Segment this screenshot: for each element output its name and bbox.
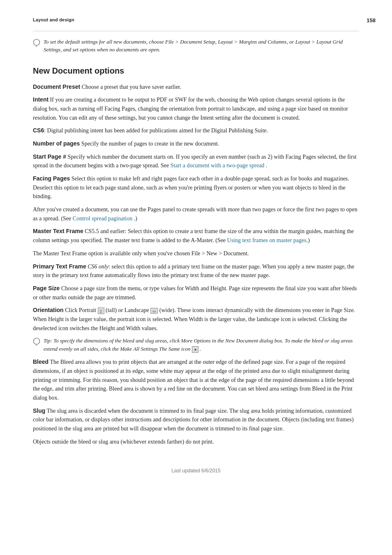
- body-num-pages: Specify the number of pages to create in…: [81, 141, 219, 147]
- svg-point-1: [34, 338, 40, 345]
- label-slug: Slug: [33, 407, 45, 414]
- body-objects-outside: Objects outside the bleed or slug area (…: [33, 439, 214, 445]
- body-facing-pages: Select this option to make left and righ…: [33, 176, 349, 199]
- body-cs6: : Digital publishing intent has been add…: [44, 127, 268, 134]
- entry-intent: Intent If you are creating a document to…: [33, 95, 359, 122]
- note-icon-1: [33, 39, 40, 49]
- label-page-size: Page Size: [33, 285, 60, 291]
- page-number: 158: [367, 16, 376, 25]
- link-start-page[interactable]: Start a document with a two-page spread: [171, 162, 265, 169]
- section-title: New Document options: [33, 63, 359, 77]
- body-page-size: Choose a page size from the menu, or typ…: [33, 285, 357, 301]
- tip-1-text: To set the default settings for all new …: [44, 38, 359, 54]
- entry-page-size: Page Size Choose a page size from the me…: [33, 284, 359, 302]
- entry-facing-pages: Facing Pages Select this option to make …: [33, 174, 359, 201]
- label-start-page: Start Page #: [33, 153, 66, 160]
- entry-master-text-frame: Master Text Frame CS5.5 and earlier: Sel…: [33, 227, 359, 245]
- body-master-text-frame-2: .): [307, 237, 310, 243]
- body-bleed: The Bleed area allows you to print objec…: [33, 359, 354, 401]
- landscape-icon: ▭: [150, 308, 158, 314]
- link-using-text-frames[interactable]: Using text frames on master pages: [227, 237, 307, 243]
- page-container: 158 Layout and design To set the default…: [0, 0, 392, 555]
- entry-cs6: CS6: Digital publishing intent has been …: [33, 126, 359, 135]
- label-orientation: Orientation: [33, 307, 64, 313]
- entry-master-text-frame-note: The Master Text Frame option is availabl…: [33, 249, 359, 258]
- entry-objects-outside: Objects outside the bleed or slug area (…: [33, 437, 359, 446]
- label-master-text-frame: Master Text Frame: [33, 228, 83, 234]
- tip-box-1: To set the default settings for all new …: [33, 38, 359, 54]
- label-primary-text-frame: Primary Text Frame: [33, 263, 86, 270]
- tip-box-2: Tip: To specify the dimensions of the bl…: [33, 337, 359, 353]
- entry-num-pages: Number of pages Specify the number of pa…: [33, 139, 359, 148]
- label-facing-pages: Facing Pages: [33, 175, 70, 182]
- entry-pages-panel: After you've created a document, you can…: [33, 205, 359, 223]
- body-document-preset: Choose a preset that you have saver earl…: [82, 84, 182, 90]
- body-slug: The slug area is discarded when the docu…: [33, 408, 354, 432]
- portrait-icon: ▯: [98, 308, 104, 314]
- entry-document-preset: Document Preset Choose a preset that you…: [33, 83, 359, 92]
- body-master-text-frame-note: The Master Text Frame option is availabl…: [33, 250, 249, 257]
- body-intent: If you are creating a document to be out…: [33, 97, 348, 120]
- section-label: Layout and design: [33, 16, 359, 23]
- body-pages-panel-2: .): [132, 215, 137, 222]
- label-document-preset: Document Preset: [33, 83, 80, 90]
- link-spread-pagination[interactable]: Control spread pagination: [73, 215, 132, 222]
- entry-start-page: Start Page # Specify which number the do…: [33, 153, 359, 170]
- body-orientation-1: Click Portrait: [65, 307, 97, 313]
- label-cs6: CS6: [33, 127, 44, 134]
- entry-slug: Slug The slug area is discarded when the…: [33, 407, 359, 433]
- tip-2-text: Tip: To specify the dimensions of the bl…: [44, 337, 359, 353]
- footer-text: Last updated 6/6/2015: [171, 468, 220, 474]
- label-num-pages: Number of pages: [33, 140, 80, 147]
- body-orientation-2: (tall) or Landscape: [106, 307, 150, 313]
- label-intent: Intent: [33, 96, 48, 103]
- body-start-page-after: .: [264, 162, 267, 169]
- entry-orientation: Orientation Click Portrait ▯ (tall) or L…: [33, 306, 359, 333]
- svg-point-0: [34, 39, 40, 45]
- entry-bleed: Bleed The Bleed area allows you to print…: [33, 358, 359, 402]
- top-divider: [33, 31, 359, 31]
- footer: Last updated 6/6/2015: [33, 463, 359, 474]
- note-icon-2: [33, 338, 40, 348]
- entry-primary-text-frame: Primary Text Frame CS6 only: select this…: [33, 262, 359, 280]
- label-bleed: Bleed: [33, 358, 48, 365]
